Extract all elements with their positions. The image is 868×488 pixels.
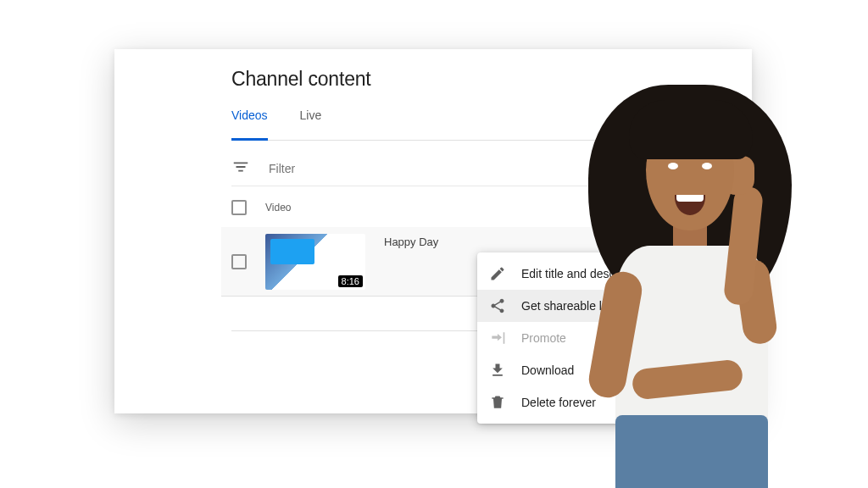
download-icon (489, 362, 506, 379)
column-video-label: Video (265, 202, 291, 214)
row-checkbox[interactable] (231, 254, 247, 269)
page-title: Channel content (231, 68, 371, 91)
select-all-checkbox[interactable] (231, 200, 247, 215)
decorative-person-illustration (554, 85, 817, 488)
tab-live[interactable]: Live (300, 108, 322, 140)
share-icon (489, 297, 506, 314)
megaphone-icon (489, 330, 506, 347)
video-thumbnail[interactable]: 8:16 (265, 234, 365, 290)
pencil-icon (489, 265, 506, 282)
trash-icon (489, 394, 506, 411)
tab-videos[interactable]: Videos (231, 108, 268, 140)
filter-input[interactable] (269, 162, 523, 175)
video-duration: 8:16 (338, 275, 363, 287)
filter-icon[interactable] (231, 158, 250, 180)
video-title: Happy Day (384, 236, 438, 248)
